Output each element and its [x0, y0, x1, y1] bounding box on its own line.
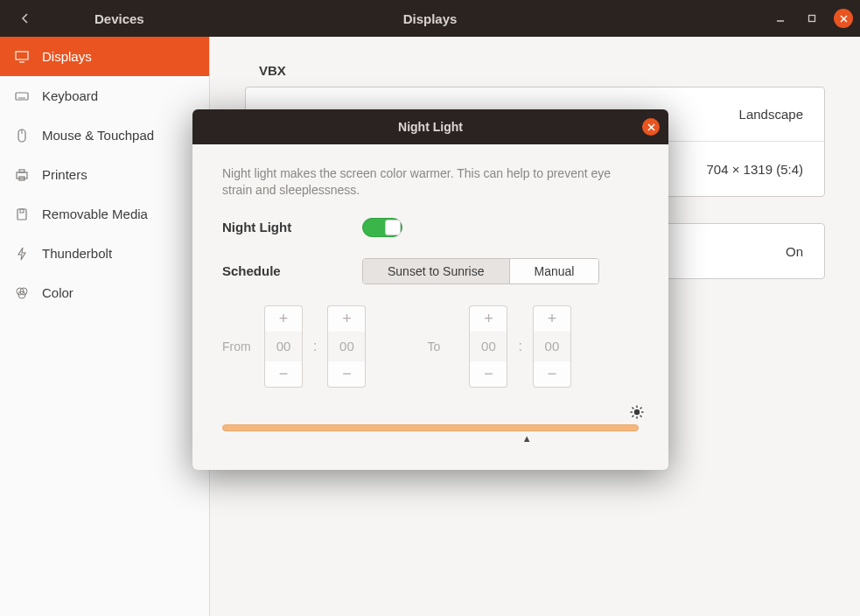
minimize-button[interactable]	[771, 9, 790, 28]
to-minute-spinner: + 00 −	[533, 305, 571, 388]
sidebar-item-displays[interactable]: Displays	[0, 37, 209, 76]
svg-line-29	[640, 407, 642, 409]
to-minute-increment[interactable]: +	[533, 305, 571, 332]
media-icon	[14, 206, 30, 222]
orientation-value: Landscape	[739, 107, 803, 122]
close-icon	[840, 15, 848, 23]
devices-label: Devices	[94, 11, 144, 26]
resolution-value: 704 × 1319 (5:4)	[706, 162, 803, 177]
sidebar-item-mouse-touchpad[interactable]: Mouse & Touchpad	[0, 116, 209, 155]
chevron-left-icon	[20, 13, 31, 24]
svg-rect-4	[16, 52, 28, 60]
schedule-label: Schedule	[222, 263, 362, 278]
sidebar-item-label: Displays	[42, 49, 92, 64]
maximize-icon	[808, 14, 816, 23]
mouse-icon	[14, 128, 30, 144]
dialog-description: Night light makes the screen color warme…	[222, 165, 639, 199]
from-hour-value[interactable]: 00	[264, 332, 303, 361]
sidebar-item-printers[interactable]: Printers	[0, 155, 209, 194]
sidebar: Displays Keyboard Mouse & Touchpad Print…	[0, 37, 210, 616]
sidebar-item-label: Removable Media	[42, 206, 148, 221]
svg-line-28	[633, 415, 634, 416]
to-label: To	[427, 340, 458, 354]
sidebar-item-label: Mouse & Touchpad	[42, 128, 154, 143]
night-light-toggle[interactable]	[362, 218, 402, 237]
thunderbolt-icon	[14, 246, 30, 262]
sidebar-item-thunderbolt[interactable]: Thunderbolt	[0, 234, 209, 273]
minimize-icon	[776, 14, 785, 23]
dialog-header: Night Light	[192, 109, 668, 144]
sidebar-item-keyboard[interactable]: Keyboard	[0, 76, 209, 116]
display-section-title: VBX	[259, 63, 825, 78]
to-hour-increment[interactable]: +	[469, 305, 507, 332]
close-icon	[647, 123, 655, 131]
maximize-button[interactable]	[802, 9, 822, 28]
svg-rect-14	[17, 209, 26, 220]
titlebar: Devices Displays	[0, 0, 860, 37]
svg-rect-6	[16, 93, 28, 100]
from-hour-spinner: + 00 −	[264, 305, 303, 388]
svg-point-21	[634, 410, 640, 415]
color-temperature-slider[interactable]	[222, 424, 639, 431]
night-light-dialog: Night Light Night light makes the screen…	[192, 109, 668, 470]
from-minute-decrement[interactable]: −	[327, 361, 366, 388]
to-minute-decrement[interactable]: −	[533, 361, 571, 388]
monitor-icon	[14, 49, 30, 65]
night-light-row-value: On	[786, 244, 803, 259]
color-icon	[14, 285, 30, 301]
window-title: Displays	[403, 11, 458, 26]
sidebar-item-label: Thunderbolt	[42, 246, 112, 261]
from-minute-value[interactable]: 00	[327, 332, 366, 361]
close-button[interactable]	[834, 9, 853, 28]
schedule-option-sunset[interactable]: Sunset to Sunrise	[363, 259, 510, 284]
svg-rect-15	[20, 209, 24, 213]
dialog-title: Night Light	[398, 120, 463, 134]
sidebar-item-removable-media[interactable]: Removable Media	[0, 194, 209, 234]
svg-line-27	[640, 415, 642, 416]
printer-icon	[14, 167, 30, 183]
sidebar-item-label: Color	[42, 285, 73, 300]
schedule-option-manual[interactable]: Manual	[510, 259, 599, 284]
svg-line-26	[633, 407, 634, 409]
sidebar-item-label: Keyboard	[42, 88, 98, 103]
slider-thumb-marker[interactable]: ▲	[522, 433, 532, 444]
color-temperature-slider-area: ▲	[222, 424, 639, 431]
time-separator: :	[518, 339, 521, 354]
to-hour-value[interactable]: 00	[469, 332, 507, 361]
from-hour-decrement[interactable]: −	[264, 361, 303, 388]
dialog-close-button[interactable]	[642, 118, 660, 136]
back-button[interactable]	[9, 4, 42, 33]
settings-window: Devices Displays Displays Keyboard	[0, 0, 860, 616]
from-minute-spinner: + 00 −	[327, 305, 366, 388]
switch-knob	[385, 220, 401, 235]
to-minute-value[interactable]: 00	[533, 332, 571, 361]
svg-rect-11	[17, 172, 27, 178]
svg-rect-1	[809, 16, 815, 22]
night-light-toggle-label: Night Light	[222, 220, 362, 234]
svg-rect-12	[19, 170, 24, 172]
temperature-icon	[630, 405, 644, 423]
from-minute-increment[interactable]: +	[327, 305, 366, 332]
time-separator: :	[313, 339, 317, 354]
sidebar-item-color[interactable]: Color	[0, 273, 209, 312]
to-hour-spinner: + 00 −	[469, 305, 507, 388]
sidebar-item-label: Printers	[42, 167, 87, 182]
schedule-segmented-control: Sunset to Sunrise Manual	[362, 258, 599, 284]
from-hour-increment[interactable]: +	[264, 305, 303, 332]
from-label: From	[222, 340, 254, 354]
to-hour-decrement[interactable]: −	[469, 361, 507, 388]
keyboard-icon	[14, 88, 30, 104]
